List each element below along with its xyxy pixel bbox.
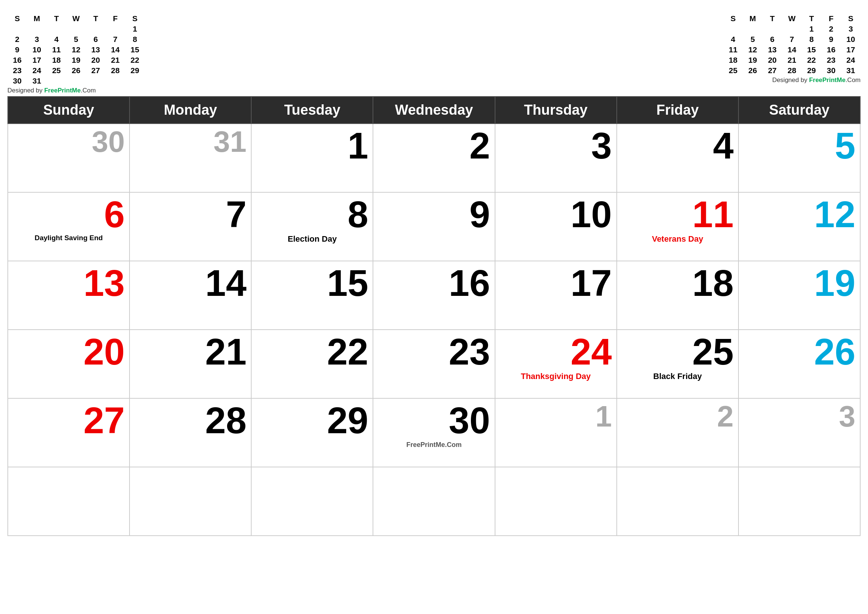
- calendar-day-cell: 18: [617, 261, 738, 330]
- day-number: 15: [256, 264, 368, 301]
- oct-mini-cell: 31: [27, 76, 47, 86]
- day-number: 25: [622, 333, 734, 370]
- calendar-day-cell: 13: [8, 261, 130, 330]
- oct-mini-cell: 23: [8, 65, 27, 76]
- calendar-day-header: Thursday: [495, 96, 617, 124]
- calendar-day-cell: [617, 467, 738, 536]
- dec-mini-cell: 3: [841, 24, 860, 34]
- brand-left: FreePrintMe: [44, 87, 81, 94]
- day-number: 17: [500, 264, 612, 301]
- dec-mini-cell: 15: [801, 45, 821, 55]
- dec-mini-cell: 23: [821, 55, 841, 65]
- dec-mini-cell: 27: [763, 65, 782, 76]
- oct-mini-cell: [125, 76, 145, 86]
- day-number: 13: [12, 264, 125, 301]
- day-number: 5: [743, 127, 856, 164]
- day-number: 12: [743, 195, 856, 233]
- day-number: 19: [743, 264, 856, 301]
- oct-th-m: M: [27, 13, 47, 24]
- calendar-day-cell: 19: [738, 261, 860, 330]
- day-number: 23: [378, 333, 490, 370]
- oct-mini-cell: 9: [8, 45, 27, 55]
- day-number: 14: [134, 264, 246, 301]
- oct-mini-cell: 15: [125, 45, 145, 55]
- calendar-day-cell: 11Veterans Day: [617, 192, 738, 261]
- oct-mini-cell: 24: [27, 65, 47, 76]
- dec-mini-cell: 20: [763, 55, 782, 65]
- oct-mini-cell: [86, 24, 105, 34]
- calendar-day-cell: 8Election Day: [251, 192, 373, 261]
- oct-mini-cell: 28: [105, 65, 125, 76]
- calendar-day-cell: 2: [617, 398, 738, 467]
- dec-mini-cell: 22: [801, 55, 821, 65]
- dec-mini-cell: 25: [723, 65, 743, 76]
- dec-header-row: S M T W T F S: [723, 13, 860, 24]
- dec-mini-cell: 31: [841, 65, 860, 76]
- dec-mini-cell: 16: [821, 45, 841, 55]
- calendar-day-cell: 30: [8, 124, 130, 192]
- designed-by-left: Designed by FreePrintMe.Com: [8, 87, 96, 94]
- calendar-day-header: Sunday: [8, 96, 130, 124]
- oct-mini-cell: [47, 76, 67, 86]
- day-number: 10: [500, 195, 612, 233]
- day-number: 31: [134, 127, 246, 157]
- oct-mini-cell: 17: [27, 55, 47, 65]
- dec-mini-cell: 21: [782, 55, 802, 65]
- dec-mini-cell: 14: [782, 45, 802, 55]
- calendar-day-header: Tuesday: [251, 96, 373, 124]
- day-number: 2: [378, 127, 490, 164]
- oct-mini-cell: 2: [8, 34, 27, 45]
- day-number: 30: [12, 127, 125, 157]
- calendar-week-row: [8, 467, 860, 536]
- dec-mini-cell: 2: [821, 24, 841, 34]
- oct-mini-cell: 19: [67, 55, 86, 65]
- dec-mini-cell: 1: [801, 24, 821, 34]
- oct-mini-cell: 13: [86, 45, 105, 55]
- oct-mini-cell: [105, 24, 125, 34]
- oct-mini-cell: [86, 76, 105, 86]
- oct-mini-body: 1234567891011121314151617181920212223242…: [8, 24, 145, 86]
- dec-th-f: F: [821, 13, 841, 24]
- dec-mini-cell: 24: [841, 55, 860, 65]
- dec-mini-cell: 28: [782, 65, 802, 76]
- oct-header-row: S M T W T F S: [8, 13, 145, 24]
- dec-mini-cell: 17: [841, 45, 860, 55]
- oct-mini-cell: 4: [47, 34, 67, 45]
- day-number: 4: [622, 127, 734, 164]
- dec-mini-cal: S M T W T F S 12345678910111213141516171…: [723, 11, 860, 76]
- oct-mini-cell: 11: [47, 45, 67, 55]
- calendar-day-cell: 29: [251, 398, 373, 467]
- day-number: 18: [622, 264, 734, 301]
- calendar-day-cell: 1: [495, 398, 617, 467]
- dec-mini-table: S M T W T F S 12345678910111213141516171…: [723, 13, 860, 76]
- day-number: 2: [622, 402, 734, 431]
- oct-mini-cell: [105, 76, 125, 86]
- calendar-week-row: 6Daylight Saving End78Election Day91011V…: [8, 192, 860, 261]
- calendar-week-row: 27282930FreePrintMe.Com123: [8, 398, 860, 467]
- calendar-day-cell: 30FreePrintMe.Com: [373, 398, 494, 467]
- calendar-day-cell: 1: [251, 124, 373, 192]
- oct-mini-cell: 18: [47, 55, 67, 65]
- oct-mini-cell: 7: [105, 34, 125, 45]
- page-wrapper: S M T W T F S 12345678910111213141516171…: [8, 8, 860, 536]
- calendar-day-cell: 24Thanksgiving Day: [495, 330, 617, 398]
- december-mini-calendar: S M T W T F S 12345678910111213141516171…: [723, 11, 860, 84]
- calendar-day-cell: 27: [8, 398, 130, 467]
- dec-mini-cell: 18: [723, 55, 743, 65]
- calendar-day-cell: 7: [130, 192, 251, 261]
- oct-mini-cell: 3: [27, 34, 47, 45]
- oct-mini-table: S M T W T F S 12345678910111213141516171…: [8, 13, 145, 86]
- calendar-day-cell: 12: [738, 192, 860, 261]
- oct-th-s1: S: [8, 13, 27, 24]
- oct-th-f: F: [105, 13, 125, 24]
- dec-mini-cell: 4: [723, 34, 743, 45]
- event-label: Veterans Day: [622, 234, 734, 244]
- dec-mini-cell: 30: [821, 65, 841, 76]
- dec-mini-body: 1234567891011121314151617181920212223242…: [723, 24, 860, 76]
- oct-mini-cell: 5: [67, 34, 86, 45]
- day-number: 6: [12, 195, 125, 233]
- calendar-day-cell: [8, 467, 130, 536]
- oct-mini-cal: S M T W T F S 12345678910111213141516171…: [8, 11, 145, 86]
- oct-mini-cell: 1: [125, 24, 145, 34]
- designed-by-right: Designed by FreePrintMe.Com: [772, 76, 860, 84]
